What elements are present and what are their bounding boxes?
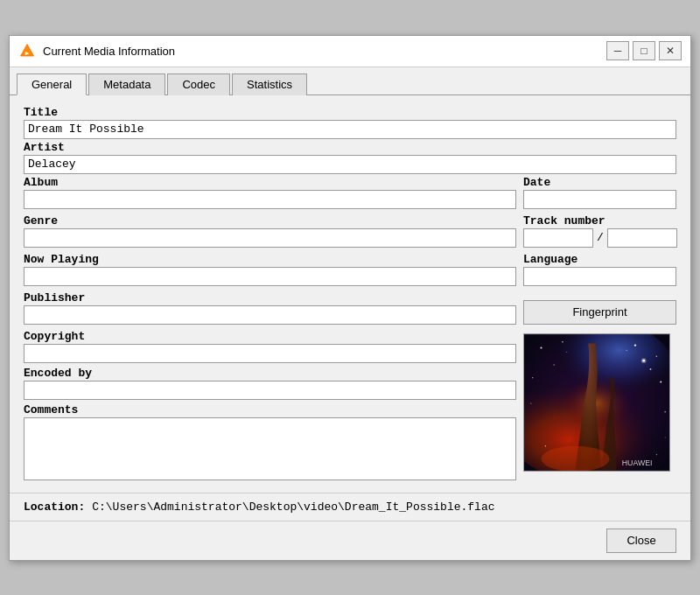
location-value: C:\Users\Administrator\Desktop\video\Dre… <box>92 500 676 514</box>
window-title: Current Media Information <box>43 45 606 58</box>
track-total-input[interactable] <box>607 228 677 248</box>
tab-codec[interactable]: Codec <box>167 74 230 95</box>
album-section: Album <box>24 176 516 211</box>
now-playing-input[interactable] <box>24 267 516 286</box>
copyright-art-row: Copyright Encoded by Comments <box>24 330 676 482</box>
svg-point-9 <box>656 355 658 357</box>
bottom-bar: Close <box>10 521 690 560</box>
vlc-icon: ▶ <box>19 43 35 59</box>
svg-point-14 <box>530 402 531 403</box>
window-controls: ─ □ ✕ <box>606 41 682 60</box>
date-input[interactable] <box>523 190 676 209</box>
date-label: Date <box>523 176 676 189</box>
svg-point-12 <box>553 364 554 365</box>
nowplaying-language-row: Now Playing Language <box>24 253 676 288</box>
svg-text:▶: ▶ <box>25 50 30 57</box>
comments-field-row: Comments <box>24 403 516 480</box>
track-number-inputs: / <box>523 228 676 248</box>
genre-input[interactable] <box>24 228 516 248</box>
location-label: Location: <box>24 500 85 514</box>
nebula-image: HUAWEI <box>524 334 669 471</box>
comments-textarea[interactable] <box>24 417 516 480</box>
svg-point-15 <box>664 411 665 412</box>
title-field-row: Title <box>24 106 676 139</box>
artist-input[interactable] <box>24 155 676 174</box>
close-window-button[interactable]: ✕ <box>659 41 682 60</box>
track-field-row: Track number / <box>523 214 676 248</box>
track-number-label: Track number <box>523 214 676 228</box>
publisher-input[interactable] <box>24 305 516 325</box>
album-art: HUAWEI <box>523 333 670 472</box>
svg-point-20 <box>665 437 666 438</box>
title-input[interactable] <box>24 120 676 139</box>
tab-general[interactable]: General <box>17 74 87 95</box>
svg-point-11 <box>660 381 662 382</box>
svg-point-8 <box>634 344 636 346</box>
svg-point-22 <box>641 358 647 363</box>
encoded-by-label: Encoded by <box>24 367 516 380</box>
now-playing-label: Now Playing <box>24 253 516 266</box>
copyright-label: Copyright <box>24 330 516 343</box>
genre-track-row: Genre Track number / <box>24 214 676 249</box>
title-bar: ▶ Current Media Information ─ □ ✕ <box>10 36 690 67</box>
publisher-section: Publisher <box>24 291 516 326</box>
maximize-button[interactable]: □ <box>633 41 655 60</box>
svg-point-16 <box>545 445 547 447</box>
language-section: Language <box>523 253 676 288</box>
artist-label: Artist <box>24 141 676 154</box>
app-icon: ▶ <box>18 42 36 60</box>
minimize-button[interactable]: ─ <box>606 41 629 60</box>
language-field-row: Language <box>523 253 676 286</box>
copyright-field-row: Copyright <box>24 330 516 363</box>
fingerprint-section: Fingerprint <box>523 291 676 326</box>
nowplaying-section: Now Playing <box>24 253 516 288</box>
close-button[interactable]: Close <box>606 528 676 553</box>
main-window: ▶ Current Media Information ─ □ ✕ Genera… <box>9 35 691 561</box>
svg-point-6 <box>541 346 542 348</box>
album-input[interactable] <box>24 190 516 209</box>
encoded-by-field-row: Encoded by <box>24 367 516 400</box>
genre-field-row: Genre <box>24 214 516 248</box>
encoded-by-input[interactable] <box>24 381 516 400</box>
copyright-input[interactable] <box>24 344 516 363</box>
publisher-field-row: Publisher <box>24 291 516 325</box>
track-separator: / <box>597 231 604 244</box>
tab-metadata[interactable]: Metadata <box>88 74 165 95</box>
artist-field-row: Artist <box>24 141 676 174</box>
svg-point-17 <box>656 453 657 454</box>
language-input[interactable] <box>523 267 676 286</box>
album-field-row: Album <box>24 176 516 209</box>
content-area: Title Artist Album Date <box>10 95 690 493</box>
title-label: Title <box>24 106 676 119</box>
genre-section: Genre <box>24 214 516 249</box>
track-number-input[interactable] <box>523 228 593 248</box>
date-section: Date <box>523 176 676 211</box>
album-art-section: HUAWEI <box>523 330 676 482</box>
svg-point-10 <box>532 377 533 378</box>
nowplaying-field-row: Now Playing <box>24 253 516 286</box>
album-art-inner: HUAWEI <box>524 334 669 471</box>
album-label: Album <box>24 176 516 189</box>
track-section: Track number / <box>523 214 676 249</box>
svg-text:HUAWEI: HUAWEI <box>622 458 653 467</box>
publisher-label: Publisher <box>24 291 516 304</box>
publisher-fingerprint-row: Publisher Fingerprint <box>24 291 676 326</box>
comments-label: Comments <box>24 403 516 416</box>
genre-label: Genre <box>24 214 516 228</box>
svg-point-19 <box>626 349 627 350</box>
tabs-bar: General Metadata Codec Statistics <box>10 67 690 95</box>
location-bar: Location: C:\Users\Administrator\Desktop… <box>10 493 690 521</box>
copyright-encoded-comments-section: Copyright Encoded by Comments <box>24 330 516 482</box>
album-date-row: Album Date <box>24 176 676 211</box>
language-label: Language <box>523 253 676 266</box>
svg-point-23 <box>542 445 610 470</box>
fingerprint-button[interactable]: Fingerprint <box>523 300 676 325</box>
svg-point-18 <box>566 351 567 352</box>
svg-point-7 <box>562 340 564 342</box>
svg-point-13 <box>650 368 652 370</box>
tab-statistics[interactable]: Statistics <box>232 74 307 95</box>
date-field-row: Date <box>523 176 676 209</box>
